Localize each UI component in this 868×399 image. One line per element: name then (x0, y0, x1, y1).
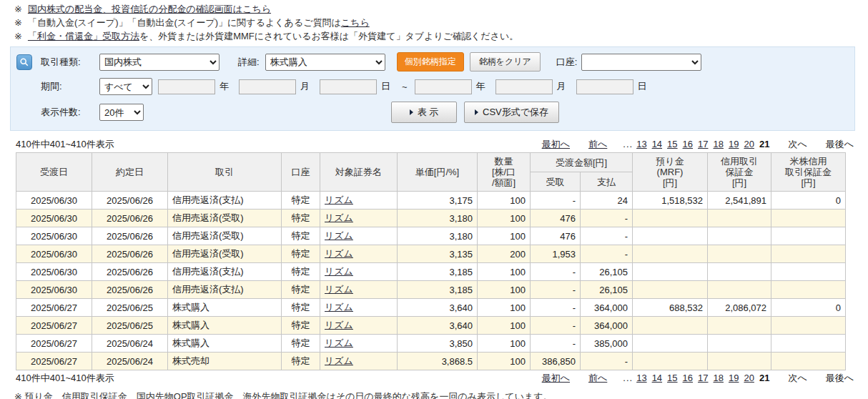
note-mark: ※ (14, 31, 22, 41)
notice-text: 「自動入金(スイープ)」「自動出金(スイープ)」に関するよくあるご質問は (28, 17, 341, 28)
pager-page-link[interactable]: 13 (636, 373, 646, 383)
account-cell: 特定 (282, 281, 320, 299)
security-link[interactable]: リズム (325, 284, 353, 295)
detail-select[interactable]: 株式購入 (265, 54, 385, 71)
footer-note: ※ 預り金、信用取引保証金、国内先物OP取引証拠金、海外先物取引証拠金はその日の… (14, 390, 858, 399)
trade-date-cell: 2025/06/25 (92, 299, 168, 317)
pager-page-link[interactable]: 14 (652, 373, 662, 383)
notice-text: を、外貨または外貨建MMFにされているお客様は「外貨建て」タブよりご確認ください… (139, 31, 518, 41)
us-margin-deposit-cell (771, 335, 846, 353)
security-link[interactable]: リズム (325, 248, 353, 259)
to-day-input[interactable] (576, 79, 633, 94)
pager-page-link[interactable]: 20 (744, 373, 754, 383)
clear-stock-button[interactable]: 銘柄をクリア (470, 52, 541, 72)
security-link[interactable]: リズム (325, 355, 353, 366)
account-select[interactable] (581, 54, 701, 71)
pager-page-link[interactable]: 18 (714, 139, 724, 149)
paid-cell: - (581, 245, 633, 263)
security-link[interactable]: リズム (325, 320, 353, 330)
show-button[interactable]: 表 示 (391, 102, 457, 123)
pager-page-link[interactable]: 15 (667, 139, 677, 149)
deposit-mrf-cell: 1,518,532 (633, 192, 708, 210)
margin-deposit-cell (708, 263, 771, 281)
deposit-mrf-cell (633, 317, 708, 335)
header-security: 対象証券名 (320, 153, 398, 192)
trade-date-cell: 2025/06/26 (92, 281, 168, 299)
received-cell: - (531, 299, 581, 317)
transaction-cell: 信用売返済(支払) (168, 281, 282, 299)
pager-page-link[interactable]: 18 (714, 373, 724, 383)
security-link[interactable]: リズム (325, 194, 353, 205)
received-cell: 386,850 (531, 353, 581, 370)
pager-page-link[interactable]: 16 (683, 139, 693, 149)
security-link[interactable]: リズム (325, 338, 353, 348)
security-link[interactable]: リズム (325, 266, 353, 277)
table-row: 2025/06/302025/06/26信用売返済(受取)特定リズム3,1801… (16, 227, 846, 245)
quantity-cell: 100 (478, 317, 531, 335)
page-size-select[interactable]: 20件 (99, 104, 144, 121)
security-link[interactable]: リズム (325, 230, 353, 241)
page-size-label: 表示件数: (41, 106, 94, 119)
settlement-date-cell: 2025/06/27 (16, 317, 92, 335)
unit-price-cell: 3,185 (398, 281, 478, 299)
notice-interest: ※「利金・償還金」受取方法を、外貨または外貨建MMFにされているお客様は「外貨建… (14, 29, 858, 43)
pager-page-link[interactable]: 20 (744, 139, 754, 149)
sweep-faq-link[interactable]: こちら (341, 17, 370, 28)
settlement-date-cell: 2025/06/30 (16, 210, 92, 227)
pager-page-link[interactable]: 13 (636, 139, 646, 149)
individual-stock-button[interactable]: 個別銘柄指定 (397, 52, 464, 72)
quantity-cell: 100 (478, 353, 531, 370)
header-settlement-amount: 受渡金額[円] (531, 153, 633, 172)
pager-page-link[interactable]: 14 (652, 139, 662, 149)
dividend-confirm-link[interactable]: 国内株式の配当金、投資信託の分配金の確認画面はこちら (28, 4, 271, 14)
pager-page-link[interactable]: 19 (729, 373, 739, 383)
trade-type-select[interactable]: 国内株式 (99, 54, 220, 71)
deposit-mrf-cell (633, 210, 708, 227)
pager-first-link[interactable]: 最初へ (542, 139, 570, 149)
pager-current-page: 21 (759, 139, 769, 149)
to-month-input[interactable] (495, 79, 553, 94)
paid-cell: - (581, 210, 633, 227)
security-cell: リズム (320, 353, 398, 370)
paid-cell: 24 (581, 192, 633, 210)
from-day-input[interactable] (320, 79, 377, 94)
to-day-label: 日 (638, 80, 647, 93)
period-select[interactable]: すべて (99, 78, 152, 95)
pager-first-link[interactable]: 最初へ (542, 373, 570, 383)
pager-page-link[interactable]: 16 (683, 373, 693, 383)
received-cell: - (531, 335, 581, 353)
paid-cell: 364,000 (581, 299, 633, 317)
deposit-mrf-cell (633, 281, 708, 299)
interest-receive-method-link[interactable]: 「利金・償還金」受取方法 (28, 31, 139, 41)
pager-prev-link[interactable]: 前へ (588, 139, 607, 149)
pager-page-link[interactable]: 17 (698, 373, 708, 383)
security-link[interactable]: リズム (325, 212, 353, 223)
pager-page-link[interactable]: 19 (729, 139, 739, 149)
table-header: 受渡日 約定日 取引 口座 対象証券名 単価[円/%] 数量 [株/口 /額面]… (16, 153, 846, 192)
transaction-cell: 信用売返済(支払) (168, 263, 282, 281)
account-cell: 特定 (282, 245, 320, 263)
us-margin-deposit-cell: 0 (771, 192, 846, 210)
security-link[interactable]: リズム (325, 302, 353, 312)
pager-page-link[interactable]: 17 (698, 139, 708, 149)
to-year-input[interactable] (415, 79, 472, 94)
pager-page-link[interactable]: 15 (667, 373, 677, 383)
paid-cell: - (581, 227, 633, 245)
pager-next-text: 次へ (788, 373, 807, 383)
table-row: 2025/06/302025/06/26信用売返済(支払)特定リズム3,1751… (16, 192, 846, 210)
account-cell: 特定 (282, 210, 320, 227)
from-month-input[interactable] (239, 79, 296, 94)
deposit-mrf-cell: 688,532 (633, 299, 708, 317)
quantity-cell: 100 (478, 192, 531, 210)
us-margin-deposit-cell (771, 317, 846, 335)
notice-sweep: ※「自動入金(スイープ)」「自動出金(スイープ)」に関するよくあるご質問はこちら (14, 16, 858, 29)
from-year-input[interactable] (158, 79, 215, 94)
csv-save-button[interactable]: CSV形式で保存 (464, 102, 559, 123)
pager-next-text: 次へ (788, 139, 807, 149)
us-margin-deposit-cell (771, 227, 846, 245)
security-cell: リズム (320, 227, 398, 245)
account-cell: 特定 (282, 353, 320, 370)
pager-prev-link[interactable]: 前へ (588, 373, 607, 383)
us-margin-deposit-cell (771, 263, 846, 281)
header-account: 口座 (282, 153, 320, 192)
